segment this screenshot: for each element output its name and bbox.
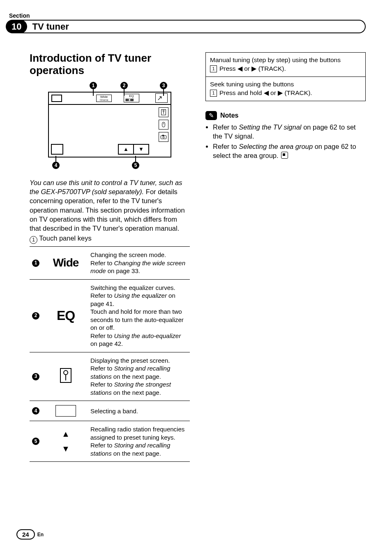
svg-point-6 — [163, 136, 164, 138]
callout-5: 5 — [132, 162, 139, 169]
notes-icon — [205, 111, 217, 120]
table-row: 3 Displaying the preset screen.Refer to … — [30, 352, 190, 401]
wide-button-diagram: Wide Cinema — [96, 95, 112, 102]
svg-point-1 — [163, 110, 164, 111]
wide-icon: Wide — [53, 256, 79, 269]
row-num-3: 3 — [32, 373, 39, 380]
notes-list: Refer to Setting the TV signal on page 6… — [205, 123, 366, 160]
circled-1: 1 — [30, 236, 37, 244]
row-num-1: 1 — [32, 259, 39, 267]
eq-button-diagram: EQ ▮▮▯▮▮ — [124, 94, 139, 102]
callout-2: 2 — [120, 82, 128, 89]
row-desc-1: Changing the screen mode.Refer to Changi… — [88, 247, 190, 280]
table-row: 4 Selecting a band. — [30, 401, 190, 421]
notes-title: Notes — [220, 112, 238, 119]
tv-tuner-diagram: 1 2 3 4 5 Wide Cinema — [48, 82, 171, 168]
row-num-4: 4 — [32, 407, 39, 415]
row-desc-2: Switching the equalizer curves.Refer to … — [88, 279, 190, 352]
callout-1: 1 — [90, 82, 97, 89]
tuning-instructions-box: Manual tuning (step by step) using the b… — [205, 52, 366, 101]
chapter-title: TV tuner — [32, 21, 69, 32]
list-icon-diagram — [159, 107, 168, 117]
section-label: Section — [9, 12, 366, 19]
end-of-section-icon — [281, 152, 288, 159]
up-down-arrows-icon: ▲▼ — [46, 429, 85, 454]
svg-rect-5 — [161, 135, 166, 139]
row-desc-4: Selecting a band. — [88, 401, 190, 421]
page-number: 24 — [16, 529, 35, 540]
seek-tuning-row: Seek tuning using the buttons 1Press and… — [206, 76, 365, 101]
table-row: 1 Wide Changing the screen mode.Refer to… — [30, 247, 190, 280]
chapter-header: 10 TV tuner — [6, 20, 366, 33]
scroll-icon — [159, 120, 168, 130]
row-desc-3: Displaying the preset screen.Refer to St… — [88, 352, 190, 401]
manual-tuning-row: Manual tuning (step by step) using the b… — [206, 53, 365, 76]
svg-point-9 — [64, 371, 68, 375]
step-1-box: 1 — [210, 90, 217, 97]
list-item: Refer to Selecting the area group on pag… — [213, 142, 366, 160]
notes-header: Notes — [205, 111, 366, 120]
touch-keys-table: 1 Wide Changing the screen mode.Refer to… — [30, 246, 190, 462]
intro-text-block: You can use this unit to control a TV tu… — [30, 178, 190, 244]
eq-icon: EQ — [57, 308, 75, 323]
band-icon — [55, 405, 76, 417]
step-1-box: 1 — [210, 65, 217, 72]
callout-3: 3 — [160, 82, 167, 89]
page-footer: 24 En — [16, 529, 44, 540]
row-num-5: 5 — [32, 438, 39, 445]
language-label: En — [37, 532, 44, 537]
table-row: 2 EQ Switching the equalizer curves.Refe… — [30, 279, 190, 352]
touch-keys-label: Touch panel keys — [39, 234, 92, 242]
arrow-box-diagram: ▲▼ — [118, 144, 149, 155]
chapter-title-line: TV tuner — [21, 20, 366, 33]
intro-heading: Introduction of TV tuner operations — [30, 52, 190, 77]
row-num-2: 2 — [32, 312, 39, 320]
camera-icon — [159, 132, 168, 142]
diagram-frame: Wide Cinema EQ ▮▮▯▮▮ ↗ — [48, 92, 171, 158]
table-row: 5 ▲▼ Recalling radio station frequencies… — [30, 421, 190, 462]
row-desc-5: Recalling radio station frequencies assi… — [88, 421, 190, 462]
preset-list-icon — [59, 367, 72, 384]
fullscreen-icon: ↗ — [155, 93, 168, 103]
tv-source-icon — [51, 95, 62, 102]
band-box-diagram — [51, 144, 63, 155]
list-item: Refer to Setting the TV signal on page 6… — [213, 123, 366, 141]
callout-4: 4 — [52, 162, 60, 169]
svg-rect-3 — [162, 122, 165, 127]
